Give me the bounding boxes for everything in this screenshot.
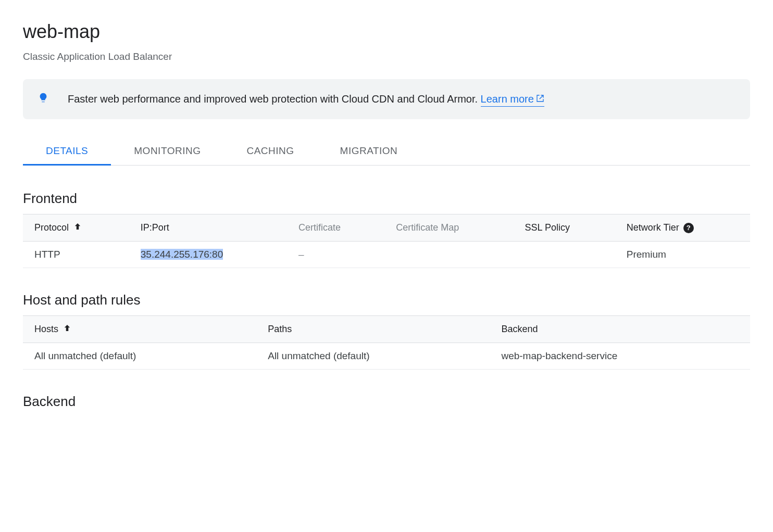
help-icon[interactable]: ? <box>683 223 694 233</box>
col-certificate[interactable]: Certificate <box>287 214 384 242</box>
col-ip-port[interactable]: IP:Port <box>129 214 287 242</box>
table-row: HTTP 35.244.255.176:80 – Premium <box>23 242 750 268</box>
cell-ssl-policy <box>514 242 615 268</box>
col-protocol[interactable]: Protocol <box>23 214 129 242</box>
tab-caching[interactable]: CACHING <box>223 138 317 166</box>
cell-backend: web-map-backend-service <box>490 343 750 370</box>
tab-details[interactable]: DETAILS <box>23 138 111 166</box>
frontend-heading: Frontend <box>23 191 750 207</box>
cell-ip-port: 35.244.255.176:80 <box>129 242 287 268</box>
col-paths[interactable]: Paths <box>256 316 490 343</box>
cell-hosts: All unmatched (default) <box>23 343 256 370</box>
col-network-tier[interactable]: Network Tier ? <box>615 214 750 242</box>
host-path-table: Hosts Paths Backend All unmatched (defau… <box>23 315 750 370</box>
info-banner: Faster web performance and improved web … <box>23 79 750 119</box>
arrow-up-icon <box>73 222 82 234</box>
col-certificate-map[interactable]: Certificate Map <box>384 214 513 242</box>
arrow-up-icon <box>63 323 72 335</box>
cell-certificate: – <box>287 242 384 268</box>
col-hosts[interactable]: Hosts <box>23 316 256 343</box>
tab-monitoring[interactable]: MONITORING <box>111 138 223 166</box>
host-path-heading: Host and path rules <box>23 292 750 308</box>
table-row: All unmatched (default) All unmatched (d… <box>23 343 750 370</box>
banner-text: Faster web performance and improved web … <box>68 92 544 107</box>
cell-protocol: HTTP <box>23 242 129 268</box>
learn-more-link[interactable]: Learn more <box>481 92 544 107</box>
col-backend[interactable]: Backend <box>490 316 750 343</box>
page-title: web-map <box>23 21 750 43</box>
backend-heading: Backend <box>23 394 750 410</box>
col-ssl-policy[interactable]: SSL Policy <box>514 214 615 242</box>
tabs: DETAILS MONITORING CACHING MIGRATION <box>23 138 750 166</box>
cell-certificate-map <box>384 242 513 268</box>
external-link-icon <box>536 92 544 106</box>
tab-migration[interactable]: MIGRATION <box>317 138 421 166</box>
frontend-table: Protocol IP:Port Certificate Certificate… <box>23 214 750 268</box>
lightbulb-icon <box>38 92 49 106</box>
cell-network-tier: Premium <box>615 242 750 268</box>
cell-paths: All unmatched (default) <box>256 343 490 370</box>
page-subtitle: Classic Application Load Balancer <box>23 51 750 62</box>
